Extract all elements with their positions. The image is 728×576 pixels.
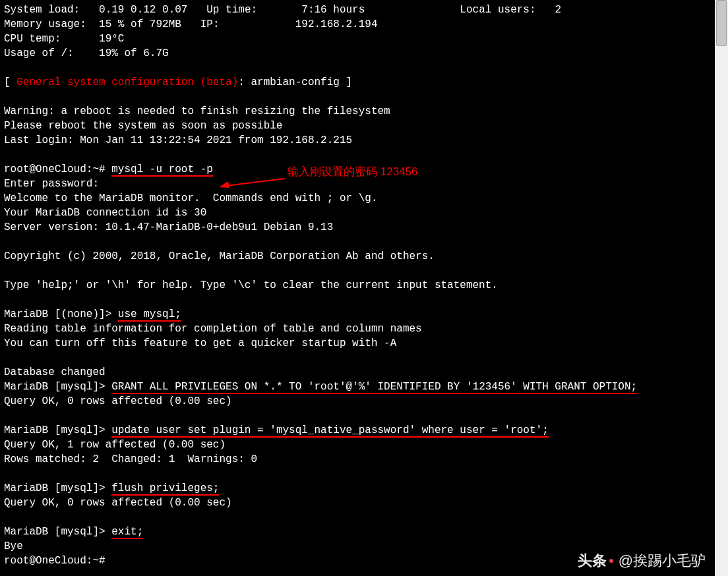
mem-label: Memory usage:	[4, 18, 86, 30]
warning-line1: Warning: a reboot is needed to finish re…	[4, 105, 390, 117]
cpu-value: 19°C	[99, 33, 124, 45]
config-suffix: : armbian-config ]	[238, 76, 352, 88]
query-ok-1: Query OK, 1 row affected (0.00 sec)	[4, 439, 226, 451]
welcome-msg: Welcome to the MariaDB monitor. Commands…	[4, 192, 378, 204]
localusers-value: 2	[555, 4, 561, 16]
maria-prompt-mysql-4: MariaDB [mysql]>	[4, 526, 111, 538]
uptime-label: Up time:	[206, 4, 257, 16]
localusers-label: Local users:	[460, 4, 535, 16]
watermark: 头条 @挨踢小毛驴	[578, 554, 706, 568]
shell-prompt: root@OneCloud:~#	[4, 163, 111, 175]
rows-matched: Rows matched: 2 Changed: 1 Warnings: 0	[4, 453, 257, 465]
svg-line-0	[226, 179, 285, 186]
query-ok-0a: Query OK, 0 rows affected (0.00 sec)	[4, 395, 232, 407]
warning-line2: Please reboot the system as soon as poss…	[4, 120, 282, 132]
query-ok-0b: Query OK, 0 rows affected (0.00 sec)	[4, 497, 232, 509]
bye: Bye	[4, 540, 23, 552]
shell-prompt-end: root@OneCloud:~#	[4, 555, 106, 567]
config-bracket: [	[4, 76, 16, 88]
shell-command-mysql: mysql -u root -p	[111, 163, 213, 177]
last-login: Last login: Mon Jan 11 13:22:54 2021 fro…	[4, 134, 352, 146]
maria-prompt-mysql-3: MariaDB [mysql]>	[4, 482, 111, 494]
annotation-text: 输入刚设置的密码 123456	[288, 165, 417, 179]
watermark-handle: @挨踢小毛驴	[619, 554, 706, 568]
maria-prompt-mysql-2: MariaDB [mysql]>	[4, 424, 111, 436]
enter-password: Enter password:	[4, 178, 99, 190]
disk-value: 19% of 6.7G	[99, 47, 169, 59]
connection-id: Your MariaDB connection id is 30	[4, 207, 206, 219]
maria-prompt-none: MariaDB [(none)]>	[4, 308, 118, 320]
scrollbar-thumb[interactable]	[716, 0, 727, 46]
maria-cmd-grant: GRANT ALL PRIVILEGES ON *.* TO 'root'@'%…	[111, 381, 637, 394]
watermark-logo: 头条	[578, 554, 613, 568]
maria-cmd-exit: exit;	[111, 526, 143, 539]
help-hint: Type 'help;' or '\h' for help. Type '\c'…	[4, 279, 498, 291]
maria-cmd-update: update user set plugin = 'mysql_native_p…	[111, 424, 549, 438]
terminal-output[interactable]: System load: 0.19 0.12 0.07 Up time: 7:1…	[0, 0, 715, 576]
mem-value: 15 % of 792MB	[99, 18, 181, 30]
maria-cmd-use: use mysql;	[118, 308, 181, 322]
reading-table: Reading table information for completion…	[4, 323, 422, 335]
maria-cmd-flush: flush privileges;	[111, 482, 219, 496]
sysload-value: 0.19 0.12 0.07	[99, 4, 187, 16]
copyright: Copyright (c) 2000, 2018, Oracle, MariaD…	[4, 250, 435, 262]
uptime-value: 7:16 hours	[301, 4, 365, 16]
turnoff-hint: You can turn off this feature to get a q…	[4, 337, 396, 349]
server-version: Server version: 10.1.47-MariaDB-0+deb9u1…	[4, 221, 333, 233]
config-text: General system configuration (beta)	[16, 76, 238, 88]
cpu-label: CPU temp:	[4, 33, 61, 45]
scrollbar-track[interactable]	[715, 0, 728, 576]
ip-label: IP:	[200, 18, 220, 30]
db-changed: Database changed	[4, 366, 106, 378]
sysload-label: System load:	[4, 4, 80, 16]
svg-marker-1	[219, 181, 229, 188]
maria-prompt-mysql: MariaDB [mysql]>	[4, 381, 111, 393]
disk-label: Usage of /:	[4, 47, 74, 59]
annotation-arrow-icon	[219, 176, 285, 189]
ip-value: 192.168.2.194	[295, 18, 378, 30]
